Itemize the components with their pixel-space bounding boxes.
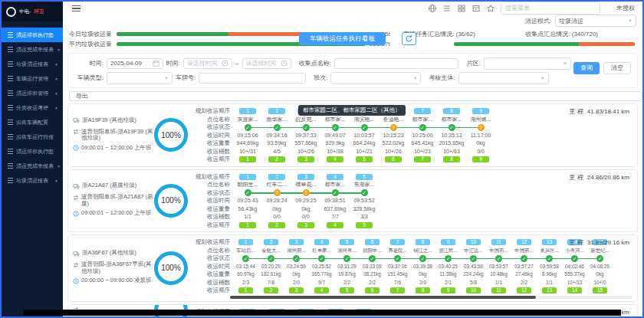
status-done-icon[interactable]: ✓ bbox=[369, 255, 376, 262]
date-input[interactable]: 2025-04-09 bbox=[107, 58, 163, 69]
export-button[interactable]: 导出 bbox=[69, 91, 642, 101]
status-warn-icon[interactable]: ? bbox=[478, 124, 485, 131]
star-icon[interactable] bbox=[486, 4, 495, 13]
archive-icon[interactable] bbox=[472, 4, 481, 13]
sidebar-item[interactable]: 垃圾清运报表▼ bbox=[2, 173, 63, 188]
chevron-down-icon: ▼ bbox=[54, 91, 58, 96]
horizontal-scrollbar[interactable] bbox=[230, 296, 632, 299]
status-done-icon[interactable]: ✓ bbox=[332, 124, 339, 131]
planned-order-badge: 10 bbox=[466, 239, 481, 245]
sidebar-item[interactable]: 清运排班管理▼ bbox=[2, 86, 63, 100]
status-done-icon[interactable]: ✓ bbox=[361, 124, 368, 131]
status-done-icon[interactable]: ✓ bbox=[242, 255, 249, 262]
point-name[interactable]: 金航大... bbox=[258, 247, 284, 255]
point-name[interactable]: 小市河... bbox=[562, 247, 587, 255]
status-done-icon[interactable]: ✓ bbox=[332, 189, 339, 196]
status-warn-icon[interactable]: ? bbox=[303, 189, 310, 196]
status-done-icon[interactable]: ✓ bbox=[245, 124, 251, 131]
vehicle-type-select[interactable]: ▼ bbox=[107, 72, 172, 84]
point-name[interactable]: 红丰家... bbox=[309, 247, 334, 255]
point-name-input[interactable] bbox=[334, 58, 459, 69]
point-name[interactable]: 红丰二... bbox=[262, 181, 291, 189]
point-name[interactable]: 都市家... bbox=[408, 116, 437, 124]
sidebar-item[interactable]: 清运排班执行图 bbox=[2, 144, 63, 159]
point-name[interactable]: 南华家... bbox=[262, 116, 291, 124]
board-button[interactable]: 车辆收运任务执行看板 bbox=[299, 32, 386, 45]
status-done-icon[interactable]: ✓ bbox=[495, 255, 502, 262]
point-name[interactable]: 晴翠花... bbox=[291, 181, 320, 189]
sidebar-item[interactable]: 沿街车辆配置 bbox=[2, 115, 63, 129]
status-done-icon[interactable]: ✓ bbox=[546, 255, 553, 262]
search-input[interactable] bbox=[501, 2, 600, 15]
point-name[interactable]: 东湖家... bbox=[350, 181, 379, 189]
status-warn-icon[interactable]: ? bbox=[274, 189, 281, 196]
point-name[interactable]: 都市家... bbox=[437, 116, 466, 124]
sidebar-item[interactable]: 沿街车运行日报 bbox=[2, 129, 63, 144]
list-icon[interactable] bbox=[442, 4, 452, 13]
status-done-icon[interactable]: ✓ bbox=[419, 124, 426, 131]
status-done-icon[interactable]: ✓ bbox=[394, 255, 401, 262]
point-name[interactable]: 朝阳中... bbox=[360, 247, 385, 255]
point-name[interactable]: 中汇达... bbox=[461, 247, 486, 255]
status-done-icon[interactable]: ✓ bbox=[274, 124, 281, 131]
assess-select[interactable]: ▼ bbox=[458, 72, 549, 84]
point-name[interactable]: 都市家... bbox=[320, 116, 350, 124]
point-name[interactable]: 香溢艳... bbox=[379, 116, 408, 124]
shift-select[interactable]: ▼ bbox=[330, 72, 421, 84]
point-name[interactable]: 中国石... bbox=[511, 247, 537, 255]
status-done-icon[interactable]: ✓ bbox=[596, 255, 603, 262]
status-done-icon[interactable]: ✓ bbox=[449, 124, 455, 131]
status-done-icon[interactable]: ✓ bbox=[318, 255, 325, 262]
point-name[interactable]: 湖州府... bbox=[284, 247, 309, 255]
status-done-icon[interactable]: ✓ bbox=[293, 255, 300, 262]
point-name[interactable]: 浙江民... bbox=[435, 247, 461, 255]
apps-grid-icon[interactable] bbox=[457, 4, 466, 13]
point-name[interactable]: 皖反苑... bbox=[291, 116, 320, 124]
point-name[interactable]: 灰渡家... bbox=[233, 116, 262, 124]
point-name[interactable]: 湖滨艳... bbox=[350, 116, 379, 124]
point-name[interactable]: 锦江之... bbox=[410, 247, 435, 255]
status-done-icon[interactable]: ✓ bbox=[361, 189, 368, 196]
sidebar-item[interactable]: 分类收运考评▼ bbox=[2, 100, 63, 115]
time-start-input[interactable]: 请选择时间 bbox=[183, 58, 232, 69]
point-name[interactable]: 都市家... bbox=[320, 181, 350, 189]
sidebar-item[interactable]: 垃圾清运报表▼ bbox=[2, 57, 63, 71]
collapse-menu-icon[interactable] bbox=[72, 5, 80, 11]
status-done-icon[interactable]: ✓ bbox=[245, 189, 251, 196]
collect-weight: 38.21kg bbox=[360, 270, 385, 279]
refresh-button[interactable] bbox=[402, 32, 416, 45]
globe-icon[interactable] bbox=[428, 4, 437, 13]
point-name[interactable]: 朝阳里... bbox=[233, 181, 262, 189]
point-name[interactable]: 湖州市... bbox=[334, 247, 360, 255]
status-done-icon[interactable]: ✓ bbox=[445, 255, 452, 262]
status-done-icon[interactable]: ✓ bbox=[303, 124, 310, 131]
sidebar-item[interactable]: 清运完成率报表▼ bbox=[2, 159, 63, 173]
mode-select[interactable]: 垃圾清运 ▼ bbox=[555, 15, 636, 27]
sidebar-item[interactable]: 车辆运行管理▼ bbox=[2, 71, 63, 86]
status-done-icon[interactable]: ✓ bbox=[419, 255, 426, 262]
status-done-icon[interactable]: ✓ bbox=[571, 255, 578, 262]
planned-order-badge: 4 bbox=[327, 174, 343, 180]
sidebar-item[interactable]: 清运完成率报表▼ bbox=[2, 42, 63, 57]
status-done-icon[interactable]: ✓ bbox=[268, 255, 274, 262]
scrollbar-thumb[interactable] bbox=[230, 296, 536, 299]
actual-order-badge: 9 bbox=[441, 287, 455, 293]
point-name[interactable]: 湖州燃... bbox=[466, 116, 495, 124]
chevron-down-icon: ▼ bbox=[54, 106, 58, 110]
status-done-icon[interactable]: ✓ bbox=[343, 255, 350, 262]
point-name[interactable]: 中国石... bbox=[486, 247, 511, 255]
plate-input[interactable] bbox=[199, 73, 306, 84]
search-button[interactable]: 查询 bbox=[573, 62, 600, 74]
clear-button[interactable]: 清空 bbox=[603, 62, 631, 74]
point-name[interactable]: 车站后... bbox=[233, 247, 258, 255]
status-done-icon[interactable]: ✓ bbox=[470, 255, 477, 262]
status-done-icon[interactable]: ✓ bbox=[521, 255, 527, 262]
status-warn-icon[interactable]: ? bbox=[390, 124, 397, 131]
sidebar-item[interactable]: 清运排班执行图 bbox=[2, 28, 63, 42]
point-name[interactable]: 养老院... bbox=[385, 247, 410, 255]
point-name[interactable]: 新世纪... bbox=[587, 247, 613, 255]
area-select[interactable]: ▼ bbox=[484, 57, 571, 70]
time-end-input[interactable]: 请选择时间 bbox=[242, 58, 291, 69]
point-name[interactable]: 吴兴区... bbox=[537, 247, 562, 255]
point-column: 15新世纪...✓04:08:290kg10+/015 bbox=[587, 238, 613, 295]
